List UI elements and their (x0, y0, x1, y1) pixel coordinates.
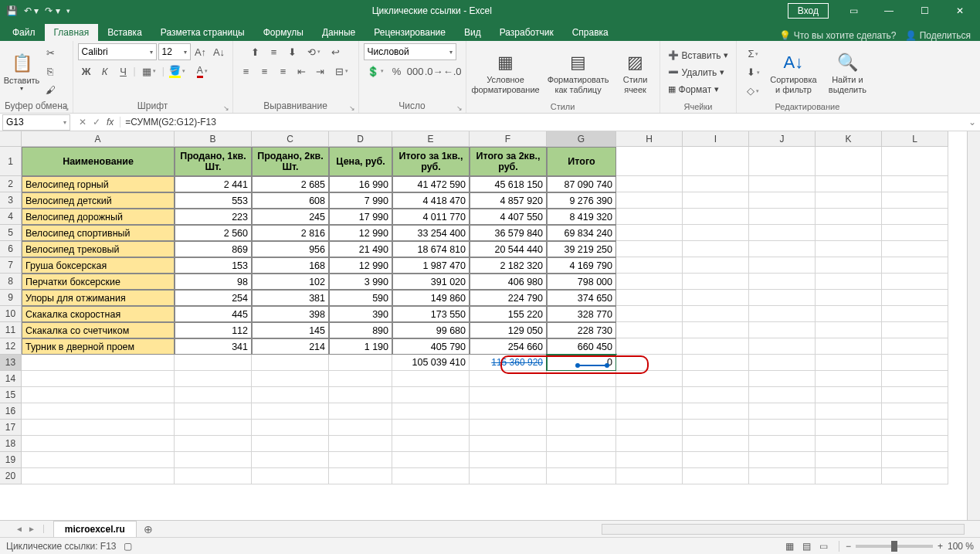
cell[interactable]: 8 419 320 (547, 209, 616, 225)
cell[interactable]: 245 (252, 209, 329, 225)
clear-icon[interactable]: ◇ (741, 83, 765, 100)
cell[interactable] (816, 192, 882, 209)
cell[interactable] (175, 436, 252, 452)
row-header-6[interactable]: 6 (0, 241, 22, 257)
cell[interactable] (816, 241, 882, 257)
cell[interactable] (470, 420, 547, 436)
cell[interactable]: 39 219 250 (547, 241, 616, 257)
cell[interactable] (547, 387, 616, 403)
cell[interactable] (683, 436, 749, 452)
cell[interactable] (749, 468, 816, 484)
cell[interactable] (616, 468, 683, 484)
format-cells-button[interactable]: ▦ Формат ▾ (665, 82, 732, 97)
tab-insert[interactable]: Вставка (98, 24, 151, 41)
cell[interactable] (329, 371, 392, 387)
cell[interactable] (470, 387, 547, 403)
cell[interactable] (749, 436, 816, 452)
cell[interactable] (749, 290, 816, 306)
cell[interactable]: 224 790 (470, 290, 547, 306)
cell[interactable] (616, 225, 683, 241)
cell[interactable] (882, 225, 948, 241)
format-painter-icon[interactable]: 🖌 (42, 82, 59, 99)
cell[interactable] (252, 420, 329, 436)
cell[interactable]: 149 860 (392, 290, 470, 306)
cell[interactable] (22, 355, 175, 371)
cell[interactable]: 390 (329, 306, 392, 322)
cell[interactable] (749, 241, 816, 257)
maximize-icon[interactable]: ☐ (907, 0, 941, 22)
cell[interactable]: 254 (175, 290, 252, 306)
cell[interactable] (547, 403, 616, 420)
cell[interactable]: 17 990 (329, 209, 392, 225)
cell[interactable]: 105 039 410 (392, 355, 470, 371)
share-button[interactable]: 👤 Поделиться (905, 30, 971, 41)
row-header-11[interactable]: 11 (0, 322, 22, 338)
cell[interactable] (882, 371, 948, 387)
cell[interactable] (616, 452, 683, 468)
zoom-out-icon[interactable]: − (846, 541, 851, 552)
number-format-combo[interactable]: Числовой▾ (364, 43, 456, 60)
cell[interactable] (329, 403, 392, 420)
cell[interactable] (252, 468, 329, 484)
cell[interactable] (749, 338, 816, 355)
autosum-icon[interactable]: Σ (741, 46, 765, 63)
cell[interactable]: 16 990 (329, 176, 392, 192)
orientation-icon[interactable]: ⟲ (303, 43, 326, 60)
cell[interactable] (683, 209, 749, 225)
cell[interactable] (616, 322, 683, 338)
cell[interactable]: Велосипед трековый (22, 241, 175, 257)
col-header-L[interactable]: L (882, 131, 948, 147)
cell[interactable] (882, 241, 948, 257)
cancel-formula-icon[interactable]: ✕ (79, 117, 86, 127)
cell[interactable] (683, 257, 749, 274)
cell[interactable]: 2 816 (252, 225, 329, 241)
cell[interactable]: 391 020 (392, 274, 470, 290)
conditional-format-button[interactable]: ▦Условное форматирование (471, 47, 541, 98)
increase-indent-icon[interactable]: ⇥ (312, 63, 329, 80)
cell[interactable] (882, 257, 948, 274)
cell[interactable]: 102 (252, 274, 329, 290)
cell[interactable]: 98 (175, 274, 252, 290)
shrink-font-icon[interactable]: A↓ (211, 43, 228, 60)
row-header-9[interactable]: 9 (0, 290, 22, 306)
zoom-level[interactable]: 100 % (948, 541, 974, 552)
cell[interactable]: Велосипед спортивный (22, 225, 175, 241)
cell[interactable] (882, 192, 948, 209)
save-icon[interactable]: 💾 (6, 5, 18, 16)
cell[interactable] (683, 147, 749, 176)
cell[interactable] (252, 371, 329, 387)
cell[interactable] (882, 274, 948, 290)
cell[interactable] (749, 452, 816, 468)
delete-cells-button[interactable]: ➖ Удалить ▾ (665, 65, 732, 80)
cell[interactable] (616, 209, 683, 225)
cell[interactable] (616, 176, 683, 192)
row-header-19[interactable]: 19 (0, 452, 22, 468)
cell[interactable] (749, 420, 816, 436)
ribbon-options-icon[interactable]: ▭ (836, 0, 870, 22)
col-header-B[interactable]: B (175, 131, 252, 147)
tab-help[interactable]: Справка (563, 24, 618, 41)
table-header[interactable]: Продано, 2кв. Шт. (252, 147, 329, 176)
cell[interactable]: Велосипед детский (22, 192, 175, 209)
cell[interactable] (392, 371, 470, 387)
zoom-slider[interactable] (856, 545, 933, 548)
qat-customize-icon[interactable]: ▾ (66, 7, 70, 15)
cell[interactable]: 153 (175, 257, 252, 274)
tab-formulas[interactable]: Формулы (254, 24, 313, 41)
cell[interactable] (816, 290, 882, 306)
cell[interactable] (749, 209, 816, 225)
col-header-H[interactable]: H (616, 131, 683, 147)
decrease-decimal-icon[interactable]: ←.0 (444, 63, 461, 80)
cell[interactable] (683, 290, 749, 306)
cell[interactable]: 20 544 440 (470, 241, 547, 257)
undo-icon[interactable]: ↶ ▾ (24, 5, 39, 16)
row-header-2[interactable]: 2 (0, 176, 22, 192)
cell[interactable]: 254 660 (470, 338, 547, 355)
cell[interactable] (683, 225, 749, 241)
cell[interactable]: 36 579 840 (470, 225, 547, 241)
cell[interactable] (470, 371, 547, 387)
col-header-C[interactable]: C (252, 131, 329, 147)
cell[interactable]: 328 770 (547, 306, 616, 322)
cell[interactable]: 69 834 240 (547, 225, 616, 241)
tell-me[interactable]: 💡 Что вы хотите сделать? (779, 30, 896, 41)
